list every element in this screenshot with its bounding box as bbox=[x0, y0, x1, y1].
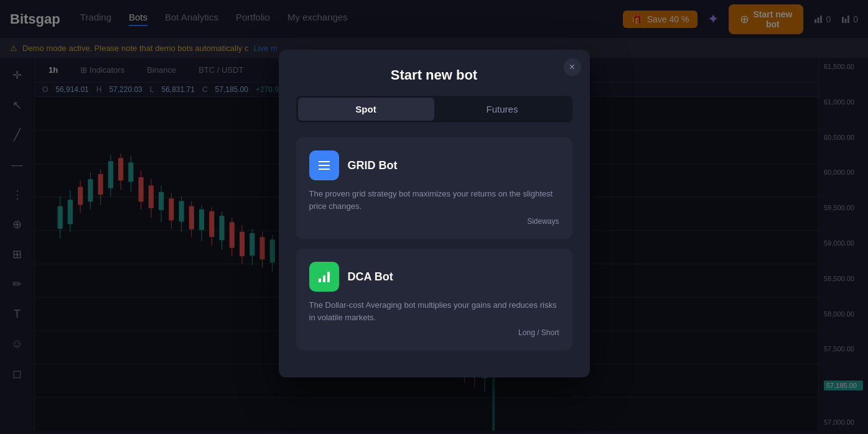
svg-rect-103 bbox=[319, 165, 330, 166]
grid-bot-tag: Sideways bbox=[309, 217, 559, 226]
grid-bot-card[interactable]: GRID Bot The proven grid strategy bot ma… bbox=[296, 137, 572, 239]
modal-tabs: Spot Futures bbox=[296, 96, 572, 122]
tab-spot[interactable]: Spot bbox=[298, 98, 434, 121]
grid-bot-header: GRID Bot bbox=[309, 150, 559, 180]
dca-bot-card[interactable]: DCA Bot The Dollar-cost Averaging bot mu… bbox=[296, 249, 572, 350]
dca-bot-name: DCA Bot bbox=[348, 270, 393, 284]
modal: Start new bot × Spot Futures GRID Bot Th… bbox=[279, 50, 590, 377]
dca-bot-tag: Long / Short bbox=[309, 328, 559, 337]
svg-rect-104 bbox=[319, 169, 330, 170]
modal-overlay: Start new bot × Spot Futures GRID Bot Th… bbox=[0, 0, 868, 434]
grid-bot-name: GRID Bot bbox=[348, 159, 398, 172]
svg-rect-102 bbox=[319, 161, 330, 162]
modal-title: Start new bot bbox=[296, 67, 572, 83]
dca-icon-svg bbox=[316, 269, 332, 285]
grid-bot-desc: The proven grid strategy bot maximizes y… bbox=[309, 188, 559, 212]
modal-close-button[interactable]: × bbox=[564, 58, 581, 76]
svg-rect-107 bbox=[327, 272, 330, 282]
dca-bot-header: DCA Bot bbox=[309, 262, 559, 292]
grid-bot-icon bbox=[309, 150, 339, 180]
svg-rect-105 bbox=[319, 279, 321, 282]
dca-bot-desc: The Dollar-cost Averaging bot multiplies… bbox=[309, 299, 559, 323]
tab-futures[interactable]: Futures bbox=[434, 98, 571, 121]
dca-bot-icon bbox=[309, 262, 339, 292]
svg-rect-106 bbox=[323, 275, 325, 282]
grid-icon-svg bbox=[316, 157, 332, 173]
